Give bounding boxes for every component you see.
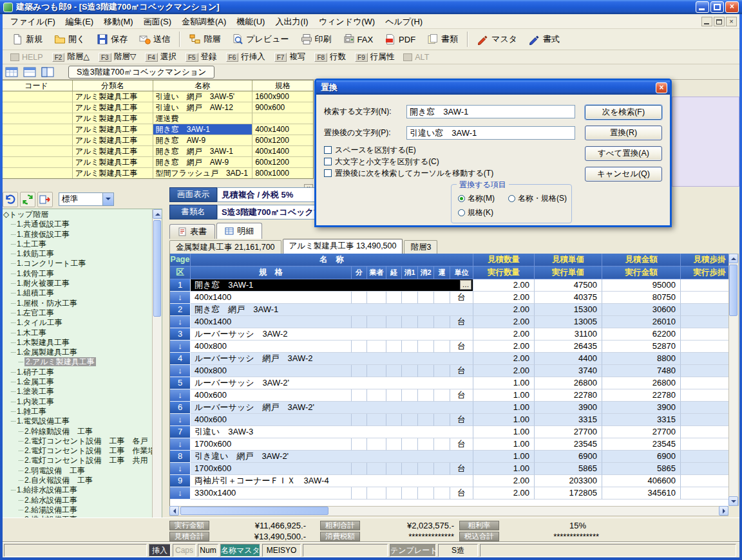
tree-scrollbar[interactable]: [152, 209, 162, 542]
tree-scroll-up-button[interactable]: [153, 209, 162, 219]
detail-row-number[interactable]: 8: [170, 451, 191, 463]
detail-row-name[interactable]: 5ルーバーサッシ 3AW-2'1.002680026800: [170, 377, 728, 389]
tab-cover-sheet[interactable]: 表書: [169, 224, 215, 239]
detail-name-cell[interactable]: ルーバーサッシ 3AW-2: [191, 328, 473, 341]
split-view-icon[interactable]: [23, 66, 36, 78]
detail-row-arrow[interactable]: ↓: [170, 341, 191, 353]
radio-name[interactable]: 名称(M): [458, 193, 495, 204]
fax-button[interactable]: FAX: [338, 31, 379, 48]
tree-scroll-thumb[interactable]: [153, 220, 161, 317]
tree-item[interactable]: 2.給水設備工事: [3, 496, 153, 505]
menu-move[interactable]: 移動(M): [99, 15, 138, 28]
f3-hierarchy-down-button[interactable]: F3階層▽: [96, 51, 138, 62]
tree-item[interactable]: ◇トップ階層: [3, 210, 153, 219]
open-button[interactable]: 開く: [49, 31, 90, 48]
detail-row-name[interactable]: 7引違い 3AW-31.002770027700: [170, 426, 728, 438]
export-button[interactable]: [37, 192, 53, 207]
detail-scroll-down-button[interactable]: [728, 496, 738, 506]
detail-row-spec[interactable]: ↓400x800台2.002643552870: [170, 341, 728, 353]
detail-row-name[interactable]: 6ルーバーサッシ 網戸 3AW-2'1.0039003900: [170, 402, 728, 414]
menu-file[interactable]: ファイル(F): [5, 15, 61, 28]
detail-vscroll-thumb[interactable]: [729, 265, 737, 316]
window-view-icon[interactable]: [41, 66, 54, 78]
f8-row-count-button[interactable]: F8行数: [312, 51, 348, 62]
detail-name-cell[interactable]: 引違い 3AW-3: [191, 426, 473, 438]
undo-button[interactable]: [3, 192, 18, 207]
detail-row-spec[interactable]: ↓1700x600台1.002354523545: [170, 438, 728, 451]
tree-item[interactable]: 1.金属工事: [3, 377, 153, 387]
dialog-titlebar[interactable]: 置換 ×: [316, 80, 670, 95]
radio-icon[interactable]: [458, 209, 465, 216]
mdi-minimize-button[interactable]: [701, 17, 712, 26]
search-string-input[interactable]: [406, 105, 575, 118]
detail-row-arrow[interactable]: ↓: [170, 438, 191, 451]
checkbox-icon[interactable]: [324, 158, 332, 165]
tree-item[interactable]: 1.屋根・防水工事: [3, 299, 153, 308]
checkbox-icon[interactable]: [324, 169, 332, 177]
detail-row-name[interactable]: 1開き窓 3AW-1…2.004750095000: [170, 279, 728, 292]
detail-row-number[interactable]: 4: [170, 353, 191, 365]
menu-amount-adjust[interactable]: 金額調整(A): [176, 15, 231, 28]
checkbox-move-cursor-after-replace[interactable]: 置換後に次を検索してカーソルを移動する(T): [324, 169, 493, 178]
detail-row-spec[interactable]: ↓400x600台1.0033153315: [170, 414, 728, 426]
master-row[interactable]: アルミ製建具工事引違い 網戸 AW-12900x600: [1, 102, 313, 113]
menu-function[interactable]: 機能(U): [231, 15, 270, 28]
detail-row-spec[interactable]: ↓1700x600台1.0058655865: [170, 463, 728, 475]
menu-edit[interactable]: 編集(E): [61, 15, 99, 28]
save-button[interactable]: 保存: [91, 31, 133, 48]
detail-row-arrow[interactable]: ↓: [170, 414, 191, 426]
menu-window[interactable]: ウィンドウ(W): [314, 15, 380, 28]
pdf-button[interactable]: PDF: [379, 31, 421, 48]
menu-io[interactable]: 入出力(I): [270, 15, 313, 28]
detail-row-name[interactable]: 9両袖片引＋コーナーＦＩＸ 3AW-42.00203300406600: [170, 475, 728, 487]
detail-row-number[interactable]: 6: [170, 402, 191, 414]
detail-row-spec[interactable]: ↓400x1400台2.001300526010: [170, 316, 728, 328]
detail-row-spec[interactable]: ↓3300x1400台2.00172805345610: [170, 487, 728, 499]
subtab-metal-fittings[interactable]: 金属製建具工事 21,161,700: [169, 240, 281, 254]
radio-spec[interactable]: 規格(K): [458, 207, 493, 218]
chevron-down-icon[interactable]: [102, 193, 113, 205]
replace-string-input[interactable]: [406, 126, 575, 140]
tree-item[interactable]: 2.アルミ製建具工事: [3, 357, 153, 367]
find-next-button[interactable]: 次を検索(F): [585, 105, 662, 120]
tree-item[interactable]: 2.給湯設備工事: [3, 505, 153, 515]
tree-item[interactable]: 1.電気設備工事: [3, 416, 153, 426]
tree-item[interactable]: 1.給排水設備工事: [3, 485, 153, 495]
restore-button[interactable]: [710, 1, 724, 13]
f5-register-button[interactable]: F5登録: [183, 51, 220, 62]
tree-item[interactable]: 1.直接仮設工事: [3, 230, 153, 239]
radio-icon[interactable]: [508, 195, 515, 202]
master-row[interactable]: アルミ製建具工事型間フラッシュ戸 3AD-1800x1000: [1, 168, 313, 179]
detail-row-number[interactable]: 3: [170, 328, 191, 341]
preview-button[interactable]: プレビュー: [227, 31, 294, 48]
detail-row-name[interactable]: 3ルーバーサッシ 3AW-22.003110062200: [170, 328, 728, 341]
close-button[interactable]: ×: [725, 1, 739, 13]
sheet-view-icon[interactable]: [5, 66, 18, 78]
master-row[interactable]: アルミ製建具工事開き窓 AW-9600x1200: [1, 135, 313, 146]
f4-select-button[interactable]: F4選択: [142, 51, 179, 62]
tree-item[interactable]: 1.左官工事: [3, 308, 153, 318]
detail-row-arrow[interactable]: ↓: [170, 316, 191, 328]
detail-row-name[interactable]: 8引き違い 網戸 3AW-2'1.0069006900: [170, 451, 728, 463]
detail-name-cell[interactable]: ルーバーサッシ 網戸 3AW-2': [191, 402, 473, 414]
detail-row-spec[interactable]: ↓400x800台2.0037407480: [170, 365, 728, 377]
tree-item[interactable]: 1.タイル工事: [3, 318, 153, 328]
detail-name-cell[interactable]: 開き窓 3AW-1…: [191, 279, 473, 292]
tree-item[interactable]: 1.鉄骨工事: [3, 269, 153, 279]
detail-row-arrow[interactable]: ↓: [170, 365, 191, 377]
master-col-code[interactable]: コード: [1, 80, 73, 91]
detail-row-spec[interactable]: ↓400x600台1.002278022780: [170, 389, 728, 402]
refresh-button[interactable]: [20, 192, 35, 207]
tree-item[interactable]: 1.雑工事: [3, 407, 153, 416]
menu-screen[interactable]: 画面(S): [138, 15, 176, 28]
tree-item[interactable]: 1.木工事: [3, 328, 153, 338]
detail-horizontal-scrollbar[interactable]: [169, 506, 728, 516]
dialog-close-button[interactable]: ×: [656, 82, 667, 93]
format-button[interactable]: 書式: [524, 31, 565, 48]
checkbox-icon[interactable]: [324, 146, 332, 154]
tab-detail[interactable]: 明細: [216, 223, 262, 239]
master-row[interactable]: アルミ製建具工事引違い 網戸 3AW-5'1600x900: [1, 91, 313, 102]
detail-name-cell[interactable]: 開き窓 網戸 3AW-1: [191, 304, 473, 316]
detail-row-arrow[interactable]: ↓: [170, 463, 191, 475]
new-button[interactable]: 新規: [6, 31, 48, 48]
